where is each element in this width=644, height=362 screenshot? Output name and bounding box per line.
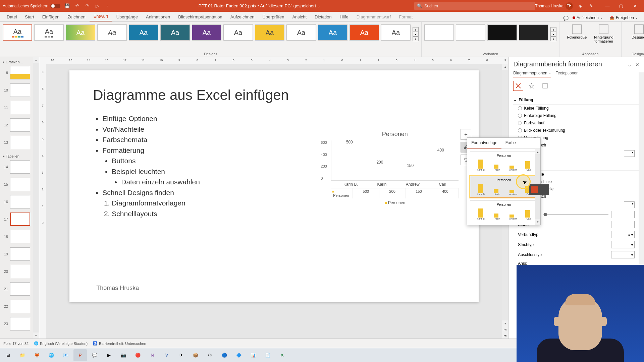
start-button[interactable]: ⊞ [1, 349, 15, 361]
slide-thumb[interactable]: 13 [0, 135, 33, 150]
app-icon[interactable]: 🔴 [131, 349, 145, 361]
transparency-input[interactable] [611, 211, 635, 218]
save-icon[interactable]: 💾 [64, 3, 70, 9]
eyedropper-icon[interactable]: ✎ [588, 3, 594, 9]
gallery-more[interactable]: ▴▾▾ [413, 24, 419, 44]
size-properties-icon[interactable] [540, 81, 550, 91]
slide-thumb[interactable]: 11 [0, 100, 33, 115]
fill-none-radio[interactable]: Keine Füllung [513, 105, 639, 112]
app-icon[interactable]: 📷 [117, 349, 130, 361]
tab-view[interactable]: Ansicht [288, 12, 311, 21]
theme-thumb[interactable]: Aa [223, 24, 253, 41]
powerpoint-icon[interactable]: P [73, 349, 87, 361]
theme-thumb[interactable]: Aa [318, 24, 347, 41]
tab-slideshow[interactable]: Bildschirmpräsentation [174, 12, 226, 21]
theme-thumb[interactable]: Aa [381, 24, 411, 41]
app-icon[interactable]: 🔷 [232, 349, 246, 361]
tab-transitions[interactable]: Übergänge [112, 12, 142, 21]
autosave-toggle[interactable]: Automatisches Speichern [3, 4, 60, 8]
comments-icon[interactable]: 💬 [562, 15, 569, 21]
transparency-slider[interactable] [543, 214, 608, 215]
width-input[interactable] [611, 221, 635, 228]
file-explorer-icon[interactable]: 📁 [16, 349, 29, 361]
theme-thumb[interactable]: Aa [97, 24, 127, 41]
slide-thumb[interactable]: 14 [0, 160, 33, 174]
tab-animations[interactable]: Animationen [142, 12, 174, 21]
chrome-icon[interactable]: 🌐 [45, 349, 58, 361]
slide-thumb[interactable]: 12 [0, 118, 33, 132]
theme-thumb[interactable]: Aa [66, 24, 95, 41]
variant-thumb[interactable] [456, 24, 485, 41]
pane-close-icon[interactable]: ✕ [635, 62, 639, 67]
tab-draw[interactable]: Zeichnen [63, 12, 89, 21]
search-box[interactable]: 🔍 [414, 2, 535, 10]
variant-thumb[interactable] [424, 24, 454, 41]
section-fill[interactable]: ⌄ Füllung [513, 96, 639, 105]
theme-thumb[interactable]: Aa [192, 24, 221, 41]
theme-thumb[interactable]: Aa [34, 24, 64, 41]
accessibility-status[interactable]: ♿ Barrierefreiheit: Untersuchen [93, 341, 146, 346]
qat-more-icon[interactable]: ⋯ [104, 3, 111, 9]
outlook-icon[interactable]: 📧 [59, 349, 72, 361]
section-header-tables[interactable]: ▸ Tabellen [0, 153, 33, 160]
prev-slide-icon[interactable]: ⏮ [502, 326, 508, 333]
dash-dropdown[interactable]: ⋯ ▾ [611, 241, 635, 248]
pane-tab-diagram-options[interactable]: Diagrammoptionen ⌄ [513, 71, 551, 77]
variant-more[interactable]: ▴▾▾ [550, 24, 556, 44]
app-icon[interactable]: 🔵 [218, 349, 231, 361]
theme-thumb[interactable]: Aa [350, 24, 379, 41]
designer-button[interactable]: Designer [627, 24, 644, 39]
visio-icon[interactable]: V [160, 349, 173, 361]
scroll-down-icon[interactable]: ▾ [33, 333, 39, 339]
slide-size-button[interactable]: Foliengröße [565, 24, 589, 39]
firefox-icon[interactable]: 🦊 [30, 349, 44, 361]
scroll-up-icon[interactable]: ▴ [502, 64, 508, 70]
pane-tab-text-options[interactable]: Textoptionen [556, 71, 579, 77]
app-icon[interactable]: 💬 [88, 349, 101, 361]
fill-solid-radio[interactable]: Einfarbige Füllung [513, 112, 639, 119]
toggle-switch[interactable] [50, 4, 60, 8]
telegram-icon[interactable]: ✈ [174, 349, 188, 361]
next-slide-icon[interactable]: ⏭ [502, 333, 508, 339]
border-color-picker[interactable] [624, 201, 635, 208]
slide-thumb[interactable]: 17 [0, 212, 33, 227]
pane-dropdown-icon[interactable]: ⌄ [628, 62, 632, 67]
tab-design[interactable]: Entwurf [90, 12, 112, 21]
compound-dropdown[interactable]: ≡ ▾ [611, 231, 635, 238]
slide-thumb[interactable]: 10 [0, 83, 33, 98]
slide-counter[interactable]: Folie 17 von 32 [3, 342, 29, 346]
scroll-down-icon[interactable]: ▾ [502, 320, 508, 326]
theme-thumb[interactable]: Aa [286, 24, 316, 41]
slide-thumb[interactable]: 18 [0, 229, 33, 244]
chart-style-option[interactable]: Personen Karin B.KarinAndrewCarl [470, 200, 538, 222]
theme-thumb[interactable]: Aa [3, 24, 32, 41]
slide-thumb[interactable]: 23 [0, 316, 33, 331]
scroll-up-icon[interactable]: ▴ [33, 57, 39, 63]
user-account[interactable]: Thomas Hruska TH [535, 2, 573, 10]
app-icon[interactable]: 📄 [261, 349, 274, 361]
thumbnail-scrollbar[interactable]: ▴ ▾ [33, 57, 39, 339]
record-button[interactable]: Aufzeichnen⌄ [569, 14, 606, 21]
chart-style-option[interactable]: Personen Karin B.KarinAndrewCarl [470, 152, 538, 173]
slide-title[interactable]: Diagramme aus Excel einfügen [93, 87, 455, 103]
fill-picture-radio[interactable]: Bild- oder Texturfüllung [513, 127, 639, 134]
slide-thumb[interactable]: 16 [0, 194, 33, 209]
theme-thumb[interactable]: Aa [255, 24, 284, 41]
redo-icon[interactable]: ↷ [84, 3, 91, 9]
effects-icon[interactable] [527, 81, 537, 91]
tab-record[interactable]: Aufzeichnen [226, 12, 259, 21]
share-button[interactable]: 📤 Freigeben⌄ [606, 14, 641, 21]
tab-home[interactable]: Start [21, 12, 38, 21]
theme-thumb[interactable]: Aa [160, 24, 190, 41]
cap-dropdown[interactable]: ▾ [611, 251, 635, 258]
slide-thumb[interactable]: 20 [0, 264, 33, 279]
minimize-button[interactable]: — [601, 2, 614, 10]
embedded-chart[interactable]: Personen 600 400 200 0 500 200 150 40 [331, 131, 459, 208]
app-icon[interactable]: 📊 [247, 349, 260, 361]
tab-insert[interactable]: Einfügen [38, 12, 63, 21]
tab-format[interactable]: Format [395, 12, 417, 21]
start-from-beginning-icon[interactable]: ▷ [94, 3, 101, 9]
slide-thumb[interactable]: 9 [0, 65, 33, 80]
slide-thumb[interactable]: 21 [0, 282, 33, 296]
coming-soon-icon[interactable]: ◈ [577, 3, 584, 9]
